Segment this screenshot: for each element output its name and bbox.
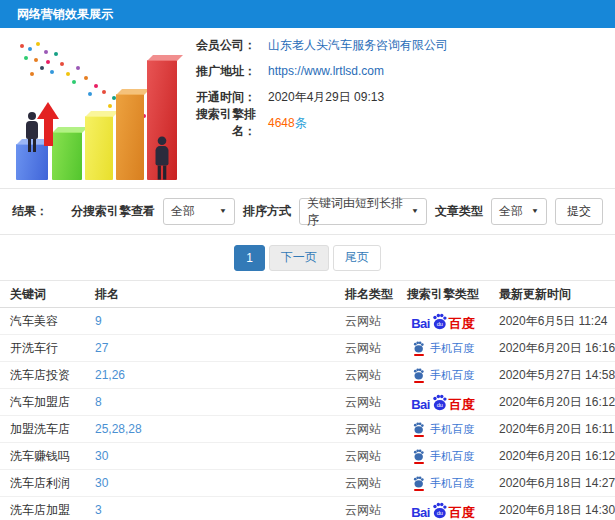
rank-link[interactable]: 8 xyxy=(95,395,102,409)
update-time-cell: 2020年6月20日 16:12 xyxy=(489,394,615,411)
rank-type-cell: 云网站 xyxy=(335,313,397,330)
keyword-cell: 加盟洗车店 xyxy=(0,421,85,438)
rank-type-cell: 云网站 xyxy=(335,340,397,357)
promo-url-row: 推广地址： https://www.lrtlsd.com xyxy=(176,58,448,84)
baidu-logo: Bai du 百度 xyxy=(411,394,475,411)
mobile-baidu-paw-icon xyxy=(412,449,425,464)
mobile-baidu-paw-icon xyxy=(412,422,425,437)
keyword-cell: 开洗车行 xyxy=(0,340,85,357)
member-company-link[interactable]: 山东老人头汽车服务咨询有限公司 xyxy=(268,37,448,54)
rank-type-cell: 云网站 xyxy=(335,502,397,519)
bar-orange xyxy=(116,94,144,180)
table-row: 汽车美容 9 云网站 Bai du 百度 2020年6月5日 11:24 xyxy=(0,308,615,335)
table-header-row: 关键词 排名 排名类型 搜索引擎类型 最新更新时间 xyxy=(0,281,615,308)
table-row: 加盟洗车店 25,28,28 云网站 手机百度 2020年6月20日 16:11 xyxy=(0,416,615,443)
mobile-baidu-logo: 手机百度 xyxy=(412,422,474,437)
company-info-section: 会员公司： 山东老人头汽车服务咨询有限公司 推广地址： https://www.… xyxy=(0,28,615,188)
bar-green xyxy=(52,132,82,180)
company-info-list: 会员公司： 山东老人头汽车服务咨询有限公司 推广地址： https://www.… xyxy=(176,32,448,136)
promo-url-link[interactable]: https://www.lrtlsd.com xyxy=(268,64,384,78)
engine-rank-value: 4648条 xyxy=(268,115,307,132)
open-time-label: 开通时间： xyxy=(176,89,256,106)
table-row: 洗车店利润 30 云网站 手机百度 2020年6月18日 14:27 xyxy=(0,470,615,497)
mobile-baidu-paw-icon xyxy=(412,341,425,356)
baidu-paw-icon: du xyxy=(431,313,448,330)
caret-down-icon: ▼ xyxy=(411,208,419,215)
baidu-paw-icon: du xyxy=(431,502,448,519)
article-type-selected: 全部 xyxy=(499,203,523,220)
svg-text:du: du xyxy=(436,510,442,516)
mobile-baidu-logo: 手机百度 xyxy=(412,449,474,464)
mobile-baidu-logo: 手机百度 xyxy=(412,368,474,383)
chart-illustration xyxy=(6,34,182,184)
mobile-baidu-paw-icon xyxy=(412,476,425,491)
rank-link[interactable]: 21,26 xyxy=(95,368,125,382)
article-type-select[interactable]: 全部 ▼ xyxy=(491,198,547,225)
sort-select[interactable]: 关键词由短到长排序 ▼ xyxy=(299,198,427,225)
mobile-baidu-logo: 手机百度 xyxy=(412,341,474,356)
businessman-figure-left xyxy=(26,112,38,152)
next-page-button[interactable]: 下一页 xyxy=(269,245,329,271)
mobile-baidu-logo: 手机百度 xyxy=(412,476,474,491)
table-row: 洗车店加盟 3 云网站 Bai du 百度 2020年6月18日 14:30 xyxy=(0,497,615,520)
article-type-label: 文章类型 xyxy=(435,203,483,220)
rank-link[interactable]: 30 xyxy=(95,449,108,463)
col-header-rank-type: 排名类型 xyxy=(335,286,397,303)
svg-text:du: du xyxy=(436,402,442,408)
table-row: 洗车赚钱吗 30 云网站 手机百度 2020年6月20日 16:12 xyxy=(0,443,615,470)
rank-type-cell: 云网站 xyxy=(335,367,397,384)
update-time-cell: 2020年6月20日 16:12 xyxy=(489,448,615,465)
last-page-button[interactable]: 尾页 xyxy=(333,245,381,271)
page: 网络营销效果展示 会员公司： 山东老人头汽车服务咨询有限公司 xyxy=(0,0,615,520)
keyword-cell: 洗车店投资 xyxy=(0,367,85,384)
rank-link[interactable]: 27 xyxy=(95,341,108,355)
engine-rank-label: 搜索引擎排名： xyxy=(176,106,256,140)
promo-url-label: 推广地址： xyxy=(176,63,256,80)
rank-link[interactable]: 3 xyxy=(95,503,102,517)
baidu-paw-icon: du xyxy=(431,394,448,411)
up-arrow-stem xyxy=(44,118,53,146)
page-title-bar: 网络营销效果展示 xyxy=(0,0,615,28)
member-company-label: 会员公司： xyxy=(176,37,256,54)
update-time-cell: 2020年6月5日 11:24 xyxy=(489,313,615,330)
pagination: 1 下一页 尾页 xyxy=(0,235,615,280)
keyword-cell: 汽车美容 xyxy=(0,313,85,330)
engine-view-label: 分搜索引擎查看 xyxy=(71,203,155,220)
update-time-cell: 2020年6月20日 16:16 xyxy=(489,340,615,357)
rank-count: 4648 xyxy=(268,116,295,130)
table-row: 汽车加盟店 8 云网站 Bai du 百度 2020年6月20日 16:12 xyxy=(0,389,615,416)
up-arrow-icon xyxy=(37,102,59,119)
filter-bar: 结果： 分搜索引擎查看 全部 ▼ 排序方式 关键词由短到长排序 ▼ 文章类型 全… xyxy=(0,188,615,235)
result-label: 结果： xyxy=(12,203,48,220)
update-time-cell: 2020年5月27日 14:58 xyxy=(489,367,615,384)
baidu-logo: Bai du 百度 xyxy=(411,502,475,519)
rank-unit: 条 xyxy=(295,116,307,130)
update-time-cell: 2020年6月20日 16:11 xyxy=(489,421,615,438)
update-time-cell: 2020年6月18日 14:27 xyxy=(489,475,615,492)
col-header-engine: 搜索引擎类型 xyxy=(397,286,489,303)
engine-rank-row: 搜索引擎排名： 4648条 xyxy=(176,110,448,136)
member-company-row: 会员公司： 山东老人头汽车服务咨询有限公司 xyxy=(176,32,448,58)
rank-type-cell: 云网站 xyxy=(335,394,397,411)
rank-type-cell: 云网站 xyxy=(335,448,397,465)
rank-link[interactable]: 9 xyxy=(95,314,102,328)
svg-text:du: du xyxy=(436,321,442,327)
rank-link[interactable]: 30 xyxy=(95,476,108,490)
submit-button[interactable]: 提交 xyxy=(555,198,603,225)
keyword-cell: 汽车加盟店 xyxy=(0,394,85,411)
table-row: 开洗车行 27 云网站 手机百度 2020年6月20日 16:16 xyxy=(0,335,615,362)
open-time-value: 2020年4月29日 09:13 xyxy=(268,89,384,106)
sort-selected: 关键词由短到长排序 xyxy=(307,195,405,229)
baidu-logo: Bai du 百度 xyxy=(411,313,475,330)
rank-type-cell: 云网站 xyxy=(335,475,397,492)
engine-view-select[interactable]: 全部 ▼ xyxy=(163,198,235,225)
keyword-cell: 洗车店利润 xyxy=(0,475,85,492)
page-title: 网络营销效果展示 xyxy=(17,7,113,21)
keyword-cell: 洗车店加盟 xyxy=(0,502,85,519)
filter-controls: 分搜索引擎查看 全部 ▼ 排序方式 关键词由短到长排序 ▼ 文章类型 全部 ▼ … xyxy=(71,198,603,225)
page-1-button[interactable]: 1 xyxy=(234,245,265,271)
rank-link[interactable]: 25,28,28 xyxy=(95,422,142,436)
bar-yellow xyxy=(85,116,113,180)
keyword-cell: 洗车赚钱吗 xyxy=(0,448,85,465)
caret-down-icon: ▼ xyxy=(219,208,227,215)
